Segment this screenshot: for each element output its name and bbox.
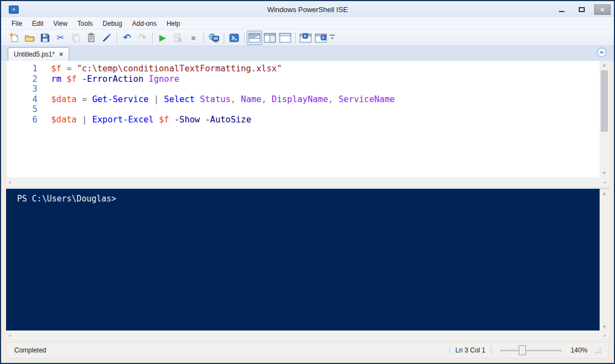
show-script-pane-maximized-button[interactable] — [278, 31, 293, 45]
menu-file[interactable]: File — [7, 19, 27, 29]
scroll-right-icon[interactable]: ▸ — [604, 179, 607, 185]
scroll-right-icon[interactable]: ▸ — [604, 332, 607, 338]
show-script-pane-maximized-icon — [279, 33, 291, 43]
status-separator — [450, 346, 450, 355]
status-separator — [491, 346, 491, 355]
console-vertical-scrollbar[interactable]: ▲ ▼ — [600, 189, 609, 331]
editor-vertical-scrollbar[interactable]: ▲ ▼ — [600, 61, 609, 177]
maximize-icon — [579, 7, 585, 12]
line-number: 5 — [7, 104, 37, 115]
zoom-slider[interactable] — [500, 350, 562, 351]
menu-help[interactable]: Help — [162, 19, 185, 29]
line-number: 6 — [7, 115, 37, 125]
undo-button[interactable]: ↶ — [119, 31, 135, 45]
toolbar-overflow-icon — [330, 35, 335, 36]
toolbar-separator — [244, 32, 245, 43]
minimize-button[interactable] — [555, 4, 569, 14]
stop-operation-button[interactable]: ■ — [186, 31, 201, 45]
clear-console-button[interactable] — [99, 31, 114, 45]
editor-horizontal-scrollbar[interactable]: ◂ ▸ — [6, 177, 609, 186]
tab-untitled5[interactable]: Untitled5.ps1* × — [8, 47, 69, 61]
run-script-icon: ▶ — [159, 33, 166, 42]
console-horizontal-scrollbar[interactable]: ◂ ▸ — [6, 331, 609, 339]
menu-addons[interactable]: Add-ons — [127, 19, 162, 29]
run-script-button[interactable]: ▶ — [155, 31, 170, 45]
scroll-left-icon[interactable]: ◂ — [8, 332, 11, 338]
toolbar-separator — [117, 32, 117, 43]
line-number: 1 — [7, 64, 37, 74]
script-editor-pane[interactable]: 1$f = "c:\temp\conditionalTextFormatting… — [6, 61, 609, 177]
code-line: 4$data = Get-Service | Select Status, Na… — [7, 94, 609, 105]
code-text: $f = "c:\temp\conditionalTextFormatting.… — [51, 64, 282, 74]
new-remote-powershell-tab-icon — [208, 32, 220, 43]
editor-scrollbar-thumb[interactable] — [601, 70, 608, 132]
show-script-pane-top-icon — [248, 33, 261, 43]
code-text: rm $f -ErrorAction Ignore — [51, 74, 179, 85]
window-title: Windows PowerShell ISE — [1, 5, 614, 14]
toolbar-overflow-button[interactable]: ▾ — [330, 35, 335, 40]
status-text: Completed — [14, 346, 46, 354]
run-selection-icon — [173, 32, 184, 43]
tab-close-icon[interactable]: × — [59, 51, 63, 58]
console-prompt: PS C:\Users\Douglas> — [6, 189, 609, 204]
window-controls: × — [555, 4, 611, 15]
new-remote-powershell-tab-button[interactable] — [206, 31, 221, 45]
collapse-script-pane-button[interactable] — [597, 48, 606, 57]
code-line: 1$f = "c:\temp\conditionalTextFormatting… — [7, 64, 609, 74]
toolbar-separator — [203, 32, 204, 43]
show-script-pane-right-icon — [264, 33, 276, 43]
content-region: 1$f = "c:\temp\conditionalTextFormatting… — [1, 61, 614, 363]
scroll-left-icon[interactable]: ◂ — [8, 179, 11, 185]
code-text: $data | Export-Excel $f -Show -AutoSize — [51, 115, 251, 125]
line-number: 3 — [7, 84, 37, 94]
close-button[interactable]: × — [594, 4, 611, 15]
cut-icon: ✂ — [57, 33, 64, 42]
start-powershell-button[interactable] — [226, 31, 242, 45]
open-script-button[interactable] — [22, 31, 37, 45]
code-line: 6$data | Export-Excel $f -Show -AutoSize — [7, 115, 609, 125]
script-pane-tab-button[interactable] — [298, 31, 313, 45]
scroll-down-icon[interactable]: ▼ — [603, 169, 606, 177]
tab-label: Untitled5.ps1* — [14, 51, 55, 58]
stop-operation-icon: ■ — [191, 34, 196, 42]
menu-debug[interactable]: Debug — [98, 19, 127, 29]
console-wrap: PS C:\Users\Douglas> ▲ ▼ ◂ ▸ — [6, 188, 609, 339]
menu-edit[interactable]: Edit — [27, 19, 48, 29]
redo-button[interactable]: ↷ — [135, 31, 150, 45]
maximize-button[interactable] — [574, 4, 589, 14]
line-number: 2 — [7, 74, 37, 85]
show-script-pane-right-button[interactable] — [262, 31, 278, 45]
new-script-icon — [9, 32, 20, 43]
scroll-up-icon[interactable]: ▲ — [603, 61, 606, 69]
paste-button[interactable] — [84, 31, 99, 45]
script-pane-tab-icon — [300, 33, 312, 43]
powershell-ise-window: > Windows PowerShell ISE × File Edit Vie… — [0, 0, 615, 364]
code-line: 2rm $f -ErrorAction Ignore — [7, 74, 609, 85]
toolbar-separator — [295, 32, 296, 43]
scroll-up-icon[interactable]: ▲ — [603, 189, 606, 197]
menu-view[interactable]: View — [48, 19, 73, 29]
copy-button[interactable] — [68, 31, 84, 45]
new-script-button[interactable] — [7, 31, 22, 45]
scroll-down-icon[interactable]: ▼ — [603, 322, 606, 331]
menu-bar: File Edit View Tools Debug Add-ons Help — [1, 18, 614, 30]
run-selection-button[interactable] — [170, 31, 186, 45]
status-bar: Completed Ln 3 Col 1 140% — [6, 342, 609, 359]
copy-icon — [70, 32, 81, 43]
save-button[interactable] — [37, 31, 53, 45]
zoom-level: 140% — [570, 346, 588, 354]
menu-tools[interactable]: Tools — [73, 19, 98, 29]
chevron-up-icon — [599, 49, 605, 55]
undo-icon: ↶ — [123, 33, 131, 42]
cut-button[interactable]: ✂ — [53, 31, 68, 45]
status-bar-right: Ln 3 Col 1 140% — [450, 346, 601, 355]
code-text: $data = Get-Service | Select Status, Nam… — [51, 94, 395, 105]
zoom-slider-thumb[interactable] — [519, 345, 526, 355]
resize-grip[interactable] — [595, 348, 601, 353]
script-pane-tab-right-button[interactable] — [313, 31, 329, 45]
console-pane[interactable]: PS C:\Users\Douglas> ▲ ▼ — [6, 189, 609, 331]
show-script-pane-top-button[interactable] — [247, 31, 262, 45]
script-pane-tab-right-icon — [315, 33, 327, 43]
code-line: 5 — [7, 104, 609, 115]
line-col-indicator: Ln 3 Col 1 — [456, 346, 486, 354]
